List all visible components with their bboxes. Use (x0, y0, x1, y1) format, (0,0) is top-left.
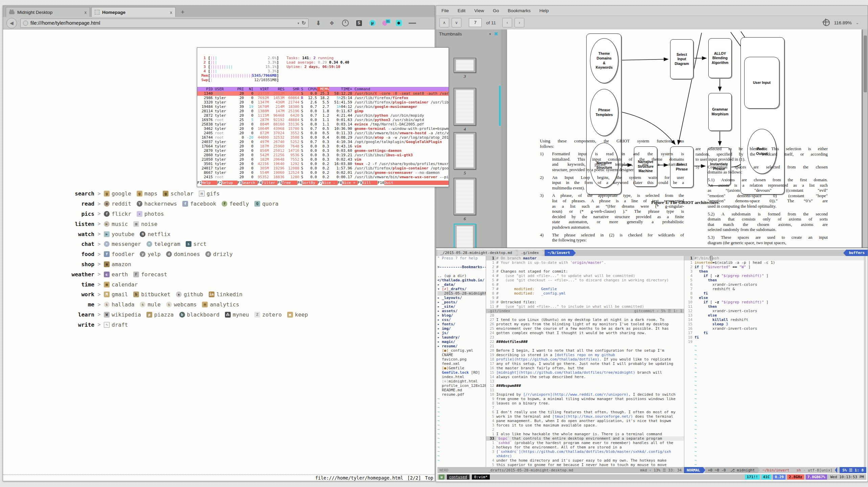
process-row-16744[interactable]: 16744root0-2044800325323508S0.00.40:08.2… (197, 135, 449, 140)
scriptsafe-icon[interactable]: S (355, 19, 363, 27)
nerdtree-item[interactable]: ▸ _posts/ (437, 300, 486, 304)
process-row-28114[interactable]: 28114tyler2001380M147M25196S0.01.80:11.6… (197, 109, 449, 113)
link-yelp[interactable]: yyelp (140, 251, 161, 257)
menu-help[interactable]: Help (540, 8, 549, 13)
link-blackboard[interactable]: bblackboard (179, 311, 220, 318)
link-forecast[interactable]: Fforecast (133, 271, 167, 278)
link-calendar[interactable]: ▦calendar (104, 281, 138, 288)
nerdtree-item[interactable]: README.md (437, 388, 486, 392)
column-header-s[interactable]: S (299, 87, 305, 91)
link-bitbucket[interactable]: bbitbucket (133, 291, 170, 298)
vim-tab-active[interactable]: ~/b/invert (545, 250, 573, 256)
counter-icon[interactable]: 21 (382, 20, 389, 26)
process-row-2986[interactable]: 2986tyler2007692M1453M60864R12.518.25h25… (197, 96, 449, 100)
link-gmail[interactable]: Mgmail (104, 291, 128, 298)
fkey-label-setup[interactable]: Setup (222, 181, 237, 185)
link-hackernews[interactable]: Yhackernews (137, 201, 177, 207)
nerdtree-item[interactable]: ▸ _layouts/ (437, 296, 486, 300)
url-dropdown-icon[interactable]: ▾ (297, 21, 299, 25)
link-netflix[interactable]: Nnetflix (140, 231, 170, 237)
link-gifs[interactable]: ▤gifs (199, 190, 220, 197)
link-youtube[interactable]: ▶youtube (104, 231, 134, 237)
process-row-25838[interactable]: 25838tyler200884M8816033136S0.01.10:03.1… (197, 122, 449, 126)
column-header-cpu[interactable]: CPU% (305, 87, 317, 91)
column-header-user[interactable]: USER (213, 87, 234, 91)
nerdtree-item[interactable]: favicon.png (437, 357, 486, 362)
tmux-window-indicator[interactable]: 0:vim* (472, 474, 490, 480)
nerdtree-item[interactable]: CNAME (437, 353, 486, 357)
link-hallada[interactable]: ♞hallada (104, 301, 134, 308)
link-feedly[interactable]: ffeedly (222, 201, 249, 207)
fkey-label-sortby[interactable]: SortBy (302, 181, 318, 185)
new-tab-button[interactable]: + (177, 7, 188, 17)
nerdtree-item[interactable]: ▸ magic/ (437, 340, 486, 344)
history-back-button[interactable]: ‹ (502, 18, 512, 27)
link-telegram[interactable]: ➤telegram (146, 241, 180, 247)
nerdtree-item[interactable]: >----------Bookmarks---------- (437, 265, 486, 269)
stylish-icon[interactable]: ✱ (395, 19, 403, 27)
nerdtree-item[interactable]: ▸ _data/ (437, 282, 486, 287)
column-header-virt[interactable]: VIRT (253, 87, 269, 91)
link-messenger[interactable]: ➤messenger (104, 241, 141, 247)
nerdtree-item[interactable]: ▾ [✗]_drafts/ (437, 287, 486, 291)
fkey-f5[interactable]: F5 (277, 181, 282, 185)
zoom-chevron-icon[interactable]: ⌄ (856, 21, 859, 25)
link-analytics[interactable]: ▤analytics (202, 301, 239, 308)
vim-tab-inactive[interactable]: _/2015-05-28-midnight-desktop.md (437, 250, 515, 256)
page-down-button[interactable]: ∨ (452, 18, 461, 27)
zoom-target-icon[interactable] (823, 19, 830, 26)
sidebar-scrollbar[interactable] (499, 86, 501, 126)
history-clock-icon[interactable] (342, 19, 349, 27)
tab-close-icon[interactable]: x (85, 10, 87, 15)
page-up-button[interactable]: ∧ (439, 18, 449, 27)
link-draft[interactable]: ✎draft (104, 322, 128, 328)
fkey-f2[interactable]: F2 (217, 181, 222, 185)
fkey-f9[interactable]: F9 (358, 181, 362, 185)
column-header-time[interactable]: TIME+ (329, 87, 352, 91)
nerdtree-item[interactable]: [●]Gemfile (437, 366, 486, 370)
menu-view[interactable]: View (474, 8, 484, 13)
fkey-label-help[interactable]: Help (202, 181, 217, 185)
fkey-label-nice[interactable]: Nice - (322, 181, 338, 185)
link-photos[interactable]: ✦photos (137, 211, 164, 217)
link-reddit[interactable]: ʘreddit (104, 201, 131, 207)
link-keep[interactable]: ▣keep (287, 311, 308, 318)
nerdtree-item[interactable]: [✻]midnight.html (437, 379, 486, 384)
nerdtree-item[interactable]: ▸ resume/ (437, 344, 486, 348)
terminal-scrollbar[interactable] (864, 256, 866, 467)
nerdtree-item[interactable]: 2015-05-28-midnight-deskto (437, 291, 486, 296)
nerdtree-item[interactable]: ▸ fonts/ (437, 322, 486, 326)
link-wikipedia[interactable]: Wwikipedia (104, 311, 141, 318)
zoom-level[interactable]: 116.89% (834, 20, 851, 25)
menu-edit[interactable]: Edit (458, 8, 465, 13)
link-facebook[interactable]: ffacebook (182, 201, 216, 207)
column-header-shr[interactable]: SHR (284, 87, 299, 91)
link-srct[interactable]: ssrct (186, 241, 207, 247)
link-noise[interactable]: ▦noise (133, 221, 157, 227)
nerdtree-item[interactable]: ▸ _site/ (437, 304, 486, 309)
link-zotero[interactable]: Zzotero (254, 311, 282, 318)
nerdtree-item[interactable]: ▸ js/ (437, 331, 486, 335)
nerdtree-item[interactable]: Gemfile.lock [RO] (437, 370, 486, 375)
link-linkedin[interactable]: inlinkedin (209, 291, 243, 298)
process-row-3462[interactable]: 3462tyler2001064M4396815700S0.70.510:36.… (197, 126, 449, 131)
thumbnail-page-5[interactable] (454, 132, 476, 169)
link-scholar[interactable]: gscholar (163, 190, 193, 197)
process-row-3320[interactable]: 3320tyler2001347M436M21744S2.65.551:41.5… (197, 100, 449, 105)
sidebar-close-icon[interactable]: ✖ (494, 31, 498, 37)
link-quora[interactable]: Qquora (254, 201, 278, 207)
process-row-3501[interactable]: 3501tyler20042156196401292S0.00.216:03.8… (197, 162, 449, 166)
link-flickr[interactable]: fflickr (104, 211, 131, 217)
process-row-8667[interactable]: 8667tyler200554M1906012524S0.00.20:02.01… (197, 170, 449, 175)
tab-homepage[interactable]: Homepage x (91, 7, 176, 17)
process-row-2405[interactable]: 2405root200872M370243552S0.00.50:11.33/u… (197, 131, 449, 135)
vim-tab-inactive[interactable]: .g/index (518, 250, 542, 256)
nerdtree-item[interactable]: feed.xml (437, 362, 486, 366)
fkey-label-search[interactable]: Search (242, 181, 257, 185)
link-piazza[interactable]: ρpiazza (146, 311, 174, 318)
process-row-17664[interactable]: 17664tyler200187M259607648S0.00.30:43.16… (197, 144, 449, 148)
fkey-label-tree[interactable]: Tree (282, 181, 297, 185)
menu-bookmarks[interactable]: Bookmarks (508, 8, 531, 13)
nerdtree-item[interactable]: resume.pdf (437, 392, 486, 397)
fkey-f7[interactable]: F7 (318, 181, 322, 185)
